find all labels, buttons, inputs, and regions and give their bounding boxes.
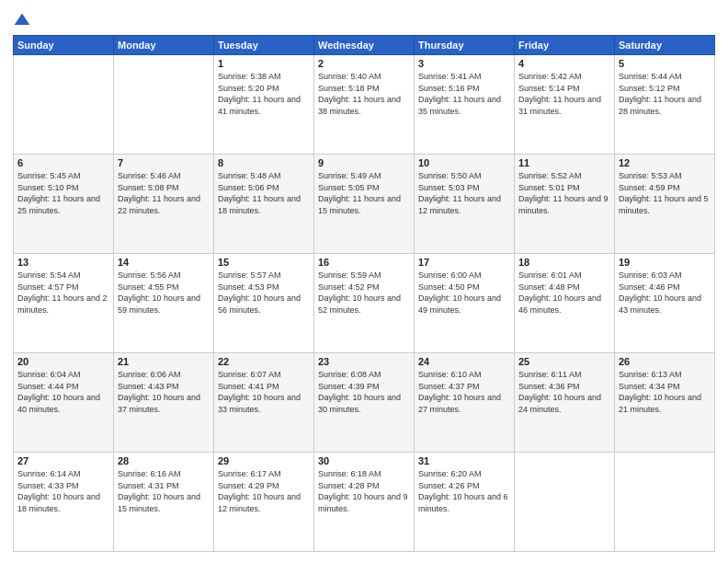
day-info: Sunrise: 5:41 AM Sunset: 5:16 PM Dayligh… [418,71,510,117]
day-number: 12 [619,157,711,168]
day-info: Sunrise: 6:13 AM Sunset: 4:34 PM Dayligh… [619,369,711,415]
day-info: Sunrise: 5:48 AM Sunset: 5:06 PM Dayligh… [218,170,310,216]
calendar-cell: 28Sunrise: 6:16 AM Sunset: 4:31 PM Dayli… [114,453,214,552]
day-number: 23 [318,356,410,367]
day-info: Sunrise: 5:59 AM Sunset: 4:52 PM Dayligh… [318,270,410,316]
day-info: Sunrise: 5:42 AM Sunset: 5:14 PM Dayligh… [518,71,610,117]
day-info: Sunrise: 5:49 AM Sunset: 5:05 PM Dayligh… [318,170,410,216]
day-number: 3 [418,58,510,69]
day-info: Sunrise: 5:50 AM Sunset: 5:03 PM Dayligh… [418,170,510,216]
calendar-cell: 4Sunrise: 5:42 AM Sunset: 5:14 PM Daylig… [515,55,615,155]
calendar-cell: 7Sunrise: 5:46 AM Sunset: 5:08 PM Daylig… [114,155,214,254]
calendar-cell: 27Sunrise: 6:14 AM Sunset: 4:33 PM Dayli… [14,453,114,552]
calendar-table: SundayMondayTuesdayWednesdayThursdayFrid… [13,35,715,552]
logo [13,11,35,29]
day-info: Sunrise: 5:52 AM Sunset: 5:01 PM Dayligh… [518,170,610,216]
calendar-week-2: 13Sunrise: 5:54 AM Sunset: 4:57 PM Dayli… [14,254,715,353]
day-number: 26 [619,356,711,367]
day-info: Sunrise: 5:46 AM Sunset: 5:08 PM Dayligh… [118,170,210,216]
calendar-header-monday: Monday [114,36,214,55]
calendar-cell: 21Sunrise: 6:06 AM Sunset: 4:43 PM Dayli… [114,353,214,453]
calendar-cell: 11Sunrise: 5:52 AM Sunset: 5:01 PM Dayli… [515,155,615,254]
day-info: Sunrise: 6:00 AM Sunset: 4:50 PM Dayligh… [418,270,510,316]
day-info: Sunrise: 6:06 AM Sunset: 4:43 PM Dayligh… [118,369,210,415]
calendar-cell: 31Sunrise: 6:20 AM Sunset: 4:26 PM Dayli… [415,453,515,552]
day-number: 19 [619,257,711,268]
day-number: 30 [318,455,410,466]
calendar-header-saturday: Saturday [615,36,715,55]
calendar-header-row: SundayMondayTuesdayWednesdayThursdayFrid… [14,36,715,55]
day-info: Sunrise: 5:54 AM Sunset: 4:57 PM Dayligh… [17,270,109,316]
calendar-cell: 14Sunrise: 5:56 AM Sunset: 4:55 PM Dayli… [114,254,214,353]
calendar-week-0: 1Sunrise: 5:38 AM Sunset: 5:20 PM Daylig… [14,55,715,155]
calendar-cell: 26Sunrise: 6:13 AM Sunset: 4:34 PM Dayli… [615,353,715,453]
day-number: 25 [518,356,610,367]
day-info: Sunrise: 5:53 AM Sunset: 4:59 PM Dayligh… [619,170,711,216]
day-info: Sunrise: 5:40 AM Sunset: 5:18 PM Dayligh… [318,71,410,117]
day-number: 2 [318,58,410,69]
day-number: 29 [218,455,310,466]
day-info: Sunrise: 6:04 AM Sunset: 4:44 PM Dayligh… [17,369,109,415]
day-number: 13 [17,257,109,268]
day-info: Sunrise: 6:14 AM Sunset: 4:33 PM Dayligh… [17,468,109,514]
day-info: Sunrise: 6:03 AM Sunset: 4:46 PM Dayligh… [619,270,711,316]
day-info: Sunrise: 5:56 AM Sunset: 4:55 PM Dayligh… [118,270,210,316]
calendar-week-4: 27Sunrise: 6:14 AM Sunset: 4:33 PM Dayli… [14,453,715,552]
calendar-cell: 2Sunrise: 5:40 AM Sunset: 5:18 PM Daylig… [314,55,415,155]
day-info: Sunrise: 6:10 AM Sunset: 4:37 PM Dayligh… [418,369,510,415]
page: SundayMondayTuesdayWednesdayThursdayFrid… [0,0,728,563]
day-info: Sunrise: 6:18 AM Sunset: 4:28 PM Dayligh… [318,468,410,514]
svg-marker-0 [15,14,30,26]
calendar-cell: 12Sunrise: 5:53 AM Sunset: 4:59 PM Dayli… [615,155,715,254]
day-number: 18 [518,257,610,268]
calendar-cell [515,453,615,552]
day-info: Sunrise: 6:11 AM Sunset: 4:36 PM Dayligh… [518,369,610,415]
calendar-cell: 29Sunrise: 6:17 AM Sunset: 4:29 PM Dayli… [214,453,314,552]
day-number: 6 [17,157,109,168]
day-number: 21 [118,356,210,367]
day-info: Sunrise: 6:01 AM Sunset: 4:48 PM Dayligh… [518,270,610,316]
day-number: 22 [218,356,310,367]
day-number: 7 [118,157,210,168]
calendar-cell: 13Sunrise: 5:54 AM Sunset: 4:57 PM Dayli… [14,254,114,353]
day-info: Sunrise: 5:45 AM Sunset: 5:10 PM Dayligh… [17,170,109,216]
day-info: Sunrise: 6:20 AM Sunset: 4:26 PM Dayligh… [418,468,510,514]
calendar-cell: 30Sunrise: 6:18 AM Sunset: 4:28 PM Dayli… [314,453,415,552]
day-number: 24 [418,356,510,367]
day-number: 17 [418,257,510,268]
day-info: Sunrise: 5:44 AM Sunset: 5:12 PM Dayligh… [619,71,711,117]
calendar-header-tuesday: Tuesday [214,36,314,55]
day-number: 1 [218,58,310,69]
calendar-cell: 23Sunrise: 6:08 AM Sunset: 4:39 PM Dayli… [314,353,415,453]
calendar-header-sunday: Sunday [14,36,114,55]
calendar-week-1: 6Sunrise: 5:45 AM Sunset: 5:10 PM Daylig… [14,155,715,254]
day-number: 15 [218,257,310,268]
day-info: Sunrise: 6:16 AM Sunset: 4:31 PM Dayligh… [118,468,210,514]
day-number: 20 [17,356,109,367]
calendar-week-3: 20Sunrise: 6:04 AM Sunset: 4:44 PM Dayli… [14,353,715,453]
day-info: Sunrise: 6:07 AM Sunset: 4:41 PM Dayligh… [218,369,310,415]
day-number: 11 [518,157,610,168]
calendar-header-friday: Friday [515,36,615,55]
calendar-cell: 19Sunrise: 6:03 AM Sunset: 4:46 PM Dayli… [615,254,715,353]
calendar-cell: 8Sunrise: 5:48 AM Sunset: 5:06 PM Daylig… [214,155,314,254]
day-number: 27 [17,455,109,466]
calendar-cell: 5Sunrise: 5:44 AM Sunset: 5:12 PM Daylig… [615,55,715,155]
logo-icon [13,11,31,29]
calendar-cell: 3Sunrise: 5:41 AM Sunset: 5:16 PM Daylig… [415,55,515,155]
day-number: 4 [518,58,610,69]
calendar-cell: 18Sunrise: 6:01 AM Sunset: 4:48 PM Dayli… [515,254,615,353]
day-number: 28 [118,455,210,466]
calendar-cell: 22Sunrise: 6:07 AM Sunset: 4:41 PM Dayli… [214,353,314,453]
calendar-cell: 9Sunrise: 5:49 AM Sunset: 5:05 PM Daylig… [314,155,415,254]
calendar-cell: 25Sunrise: 6:11 AM Sunset: 4:36 PM Dayli… [515,353,615,453]
day-number: 14 [118,257,210,268]
calendar-cell: 6Sunrise: 5:45 AM Sunset: 5:10 PM Daylig… [14,155,114,254]
day-info: Sunrise: 5:57 AM Sunset: 4:53 PM Dayligh… [218,270,310,316]
calendar-header-thursday: Thursday [415,36,515,55]
calendar-cell: 1Sunrise: 5:38 AM Sunset: 5:20 PM Daylig… [214,55,314,155]
calendar-cell: 24Sunrise: 6:10 AM Sunset: 4:37 PM Dayli… [415,353,515,453]
day-number: 5 [619,58,711,69]
day-number: 10 [418,157,510,168]
calendar-cell: 16Sunrise: 5:59 AM Sunset: 4:52 PM Dayli… [314,254,415,353]
